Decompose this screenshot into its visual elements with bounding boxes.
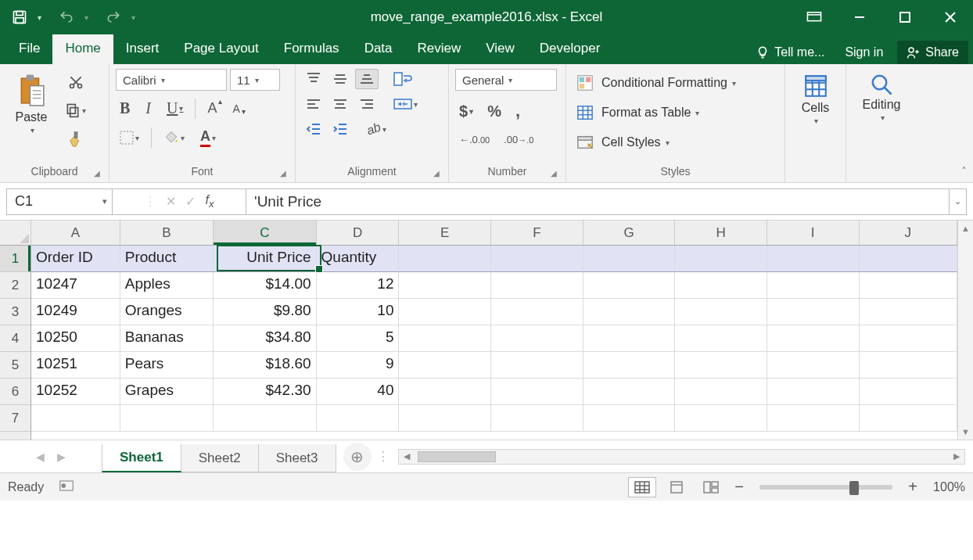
cell-C3[interactable]: $9.80 bbox=[214, 299, 316, 325]
cell-J4[interactable] bbox=[860, 325, 957, 352]
cell-A2[interactable]: 10247 bbox=[31, 272, 120, 299]
cell-D1[interactable]: Quantity bbox=[317, 246, 400, 272]
clipboard-dialog-launcher[interactable]: ◢ bbox=[94, 169, 100, 178]
cell-H6[interactable] bbox=[675, 379, 767, 405]
align-left-button[interactable] bbox=[302, 94, 325, 114]
cell-D5[interactable]: 9 bbox=[317, 352, 400, 379]
comma-button[interactable]: , bbox=[512, 99, 524, 124]
close-button[interactable] bbox=[928, 0, 973, 34]
row-header-3[interactable]: 3 bbox=[0, 299, 31, 325]
font-size-combo[interactable]: 11▾ bbox=[230, 69, 280, 91]
row-header-6[interactable]: 6 bbox=[0, 379, 31, 405]
enter-formula-button[interactable]: ✓ bbox=[185, 194, 196, 209]
zoom-slider-knob[interactable] bbox=[849, 481, 859, 495]
column-header-F[interactable]: F bbox=[491, 221, 583, 245]
zoom-in-button[interactable]: + bbox=[905, 478, 921, 496]
borders-button[interactable]: ▾ bbox=[116, 128, 143, 147]
cell-C2[interactable]: $14.00 bbox=[214, 272, 316, 299]
bold-button[interactable]: B bbox=[116, 97, 134, 120]
alignment-dialog-launcher[interactable]: ◢ bbox=[433, 169, 440, 178]
cell-H5[interactable] bbox=[675, 352, 767, 379]
sheet-prev-button[interactable]: ◀ bbox=[36, 451, 45, 463]
decrease-font-button[interactable]: A▾ bbox=[228, 100, 243, 117]
cell-H4[interactable] bbox=[675, 325, 767, 352]
editing-menu-button[interactable]: Editing ▾ bbox=[860, 69, 903, 163]
maximize-button[interactable] bbox=[882, 0, 928, 34]
row-header-7[interactable]: 7 bbox=[0, 405, 31, 432]
cell-J7[interactable] bbox=[860, 405, 957, 432]
font-color-button[interactable]: A▾ bbox=[196, 126, 220, 149]
cell-I6[interactable] bbox=[767, 379, 860, 405]
cell-C1[interactable]: Unit Price bbox=[214, 246, 316, 272]
cell-H7[interactable] bbox=[675, 405, 767, 432]
tab-home[interactable]: Home bbox=[52, 34, 113, 64]
cell-A1[interactable]: Order ID bbox=[31, 246, 120, 272]
save-button[interactable] bbox=[8, 5, 31, 29]
cell-B6[interactable]: Grapes bbox=[120, 379, 214, 405]
merge-center-button[interactable]: ▾ bbox=[390, 94, 422, 114]
cell-B5[interactable]: Pears bbox=[120, 352, 214, 379]
cell-B3[interactable]: Oranges bbox=[120, 299, 214, 325]
cell-D3[interactable]: 10 bbox=[317, 299, 400, 325]
cell-E2[interactable] bbox=[399, 272, 491, 299]
formula-input[interactable]: 'Unit Price bbox=[246, 188, 950, 215]
cell-H2[interactable] bbox=[675, 272, 767, 299]
column-header-J[interactable]: J bbox=[860, 221, 957, 245]
cell-G3[interactable] bbox=[583, 299, 676, 325]
vertical-scrollbar[interactable]: ▲ ▼ bbox=[957, 221, 973, 440]
cell-G7[interactable] bbox=[583, 405, 676, 432]
column-header-D[interactable]: D bbox=[317, 221, 400, 245]
qat-customize-icon[interactable]: ▾ bbox=[38, 13, 48, 22]
percent-button[interactable]: % bbox=[483, 100, 505, 123]
redo-button[interactable] bbox=[102, 5, 125, 29]
tab-page-layout[interactable]: Page Layout bbox=[171, 34, 271, 64]
align-right-button[interactable] bbox=[355, 94, 379, 114]
align-bottom-button[interactable] bbox=[355, 69, 379, 89]
name-box[interactable]: C1 ▾ bbox=[6, 188, 113, 215]
cell-I5[interactable] bbox=[767, 352, 860, 379]
collapse-ribbon-button[interactable]: ˄ bbox=[961, 165, 967, 178]
cell-F2[interactable] bbox=[491, 272, 583, 299]
cell-F1[interactable] bbox=[491, 246, 583, 272]
scroll-down-button[interactable]: ▼ bbox=[958, 424, 973, 440]
share-button[interactable]: Share bbox=[897, 41, 968, 64]
cell-G2[interactable] bbox=[583, 272, 676, 299]
font-dialog-launcher[interactable]: ◢ bbox=[280, 169, 286, 178]
cell-A3[interactable]: 10249 bbox=[31, 299, 120, 325]
tab-formulas[interactable]: Formulas bbox=[271, 34, 352, 64]
cell-B1[interactable]: Product bbox=[120, 246, 214, 272]
select-all-corner[interactable] bbox=[0, 221, 31, 246]
row-header-2[interactable]: 2 bbox=[0, 272, 31, 299]
sheet-tab-sheet3[interactable]: Sheet3 bbox=[258, 444, 336, 472]
undo-dropdown-icon[interactable]: ▾ bbox=[84, 13, 95, 22]
row-header-5[interactable]: 5 bbox=[0, 352, 31, 379]
sign-in-button[interactable]: Sign in bbox=[834, 41, 894, 64]
minimize-button[interactable] bbox=[837, 0, 882, 34]
page-break-view-button[interactable] bbox=[697, 477, 725, 497]
cell-I2[interactable] bbox=[767, 272, 860, 299]
cell-I4[interactable] bbox=[767, 325, 860, 352]
align-top-button[interactable] bbox=[302, 69, 325, 89]
increase-font-button[interactable]: A▴ bbox=[203, 98, 221, 119]
increase-decimal-button[interactable]: ←.0.00 bbox=[455, 131, 494, 148]
page-layout-view-button[interactable] bbox=[662, 477, 691, 497]
font-family-combo[interactable]: Calibri▾ bbox=[116, 69, 227, 91]
expand-formula-bar-button[interactable]: ⌄ bbox=[950, 188, 967, 215]
cell-A6[interactable]: 10252 bbox=[31, 379, 120, 405]
cancel-formula-button[interactable]: ✕ bbox=[166, 194, 176, 209]
decrease-indent-button[interactable] bbox=[302, 119, 325, 139]
cell-D6[interactable]: 40 bbox=[317, 379, 400, 405]
column-header-G[interactable]: G bbox=[583, 221, 676, 245]
cell-styles-button[interactable]: Cell Styles▾ bbox=[573, 131, 778, 153]
new-sheet-button[interactable]: ⊕ bbox=[343, 443, 372, 471]
conditional-formatting-button[interactable]: Conditional Formatting▾ bbox=[573, 72, 778, 94]
underline-button[interactable]: U▾ bbox=[163, 97, 187, 120]
horizontal-scrollbar[interactable]: ◀ ▶ bbox=[398, 449, 965, 465]
align-middle-button[interactable] bbox=[329, 69, 352, 89]
cell-F6[interactable] bbox=[491, 379, 583, 405]
cell-D2[interactable]: 12 bbox=[317, 272, 400, 299]
macro-recording-icon[interactable] bbox=[59, 480, 74, 494]
sheet-tab-sheet1[interactable]: Sheet1 bbox=[102, 444, 181, 472]
cells-menu-button[interactable]: Cells ▾ bbox=[794, 69, 838, 163]
cell-G4[interactable] bbox=[583, 325, 676, 352]
